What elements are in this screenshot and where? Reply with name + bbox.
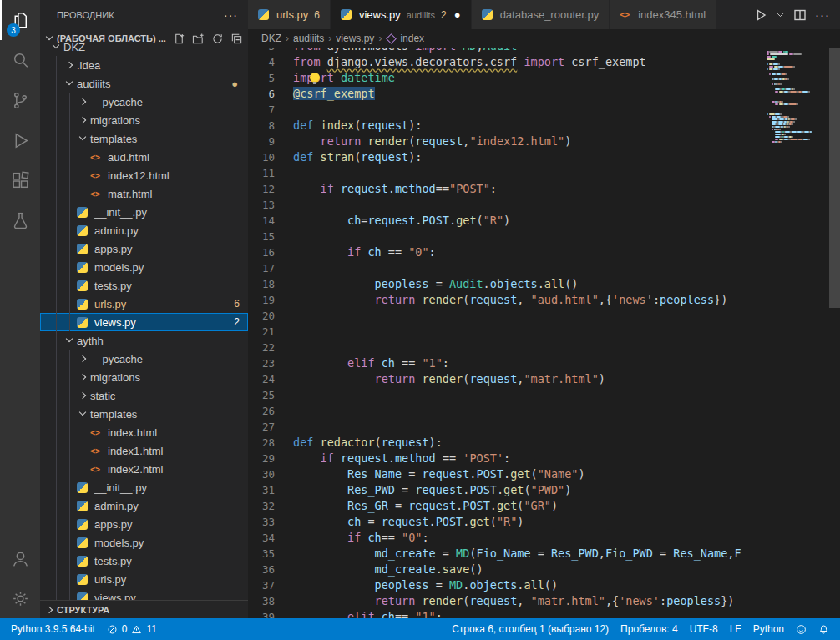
code-line-38[interactable]: 38 return render(request, "matr.html",{'… xyxy=(248,593,840,609)
code-line-3[interactable]: 3from aythh.models import MD,Audit xyxy=(248,48,840,54)
code-line-18[interactable]: 18 peopless = Audit.objects.all() xyxy=(248,276,840,292)
tree-item-urls.py[interactable]: urls.py xyxy=(40,570,248,588)
code-line-31[interactable]: 31 Res_PWD = request.POST.get("PWD") xyxy=(248,482,840,498)
code-line-11[interactable]: 11 xyxy=(248,165,840,181)
tree-item-templates[interactable]: templates xyxy=(40,129,248,148)
lightbulb-icon[interactable] xyxy=(310,73,320,83)
code-line-24[interactable]: 24 return render(request,"matr.html") xyxy=(248,371,840,387)
explorer-icon[interactable]: 3 xyxy=(0,0,40,40)
problems-indicator[interactable]: 0 11 xyxy=(101,618,163,640)
tree-item-templates[interactable]: templates xyxy=(40,405,248,423)
code-line-33[interactable]: 33 ch = request.POST.get("R") xyxy=(248,514,840,530)
language-mode[interactable]: Python xyxy=(747,618,790,640)
code-line-5[interactable]: 5import datetime xyxy=(248,70,840,86)
code-line-35[interactable]: 35 md_create = MD(Fio_Name = Res_PWD,Fio… xyxy=(248,546,840,562)
tree-item-views.py[interactable]: views.py xyxy=(40,588,248,600)
tree-item-tests.py[interactable]: tests.py xyxy=(40,552,248,570)
tree-item-aythh[interactable]: aythh xyxy=(40,331,248,350)
code-line-19[interactable]: 19 return render(request, "aud.html",{'n… xyxy=(248,292,840,308)
encoding[interactable]: UTF-8 xyxy=(684,618,724,640)
cursor-position[interactable]: Строка 6, столбец 1 (выбрано 12) xyxy=(446,618,615,640)
tree-item-DKZ[interactable]: DKZ xyxy=(40,38,248,56)
code-line-30[interactable]: 30 Res_Name = request.POST.get("Name") xyxy=(248,466,840,482)
tree-item-static[interactable]: static xyxy=(40,386,248,405)
tab-views.py[interactable]: views.pyaudiiits2● xyxy=(331,0,472,29)
code-line-14[interactable]: 14 ch=request.POST.get("R") xyxy=(248,213,840,229)
code-line-13[interactable]: 13 xyxy=(248,197,840,213)
tree-item-aud.html[interactable]: <>aud.html xyxy=(40,148,248,166)
run-debug-icon[interactable] xyxy=(0,120,40,160)
split-editor-icon[interactable] xyxy=(793,8,807,22)
code-line-39[interactable]: 39 elif ch== "1": xyxy=(248,609,840,618)
breadcrumb-symbol[interactable]: index xyxy=(400,33,424,44)
tree-item-migrations[interactable]: migrations xyxy=(40,111,248,129)
code-line-16[interactable]: 16 if ch == "0": xyxy=(248,244,840,260)
tree-item-index12.html[interactable]: <>index12.html xyxy=(40,166,248,184)
code-line-34[interactable]: 34 if ch== "0": xyxy=(248,530,840,546)
eol-selector[interactable]: LF xyxy=(724,618,747,640)
tree-item-views.py[interactable]: views.py2 xyxy=(40,313,248,331)
more-actions-icon[interactable]: ··· xyxy=(815,8,830,22)
code-line-28[interactable]: 28def redactor(request): xyxy=(248,435,840,451)
tree-item-models.py[interactable]: models.py xyxy=(40,258,248,276)
run-dropdown-chevron-icon[interactable] xyxy=(776,10,785,19)
extensions-icon[interactable] xyxy=(0,160,40,200)
code-line-8[interactable]: 8def index(request): xyxy=(248,118,840,134)
code-line-9[interactable]: 9 return render(request,"index12.html") xyxy=(248,134,840,149)
code-line-37[interactable]: 37 peopless = MD.objects.all() xyxy=(248,577,840,593)
testing-icon[interactable] xyxy=(0,200,40,240)
tab-urls.py[interactable]: urls.py6 xyxy=(248,0,331,29)
code-line-6[interactable]: 6@csrf_exempt xyxy=(248,86,840,102)
run-python-file-icon[interactable] xyxy=(754,8,767,22)
tree-item-migrations[interactable]: migrations xyxy=(40,368,248,386)
python-interpreter[interactable]: Python 3.9.5 64-bit xyxy=(5,618,101,640)
breadcrumb-item-views.py[interactable]: views.py xyxy=(336,33,374,44)
tree-item-__init__.py[interactable]: __init__.py xyxy=(40,478,248,496)
tree-item-__pycache__[interactable]: __pycache__ xyxy=(40,350,248,368)
dirty-dot-icon[interactable]: ● xyxy=(454,8,461,21)
tree-item-index1.html[interactable]: <>index1.html xyxy=(40,441,248,460)
code-line-27[interactable]: 27 xyxy=(248,419,840,435)
tree-item-__pycache__[interactable]: __pycache__ xyxy=(40,93,248,111)
tree-item-apps.py[interactable]: apps.py xyxy=(40,515,248,533)
code-editor[interactable]: 3from aythh.models import MD,Audit4from … xyxy=(248,48,840,618)
code-line-26[interactable]: 26 xyxy=(248,403,840,419)
tree-item-urls.py[interactable]: urls.py6 xyxy=(40,295,248,313)
tree-item-admin.py[interactable]: admin.py xyxy=(40,496,248,515)
code-line-4[interactable]: 4from django.views.decorators.csrf impor… xyxy=(248,54,840,70)
tree-item-index2.html[interactable]: <>index2.html xyxy=(40,460,248,478)
feedback-smiley-icon[interactable] xyxy=(790,618,812,640)
tree-item-tests.py[interactable]: tests.py xyxy=(40,276,248,295)
code-line-10[interactable]: 10def stran(request): xyxy=(248,149,840,165)
tab-index345.html[interactable]: <>index345.html xyxy=(610,0,716,29)
explorer-more-actions-icon[interactable]: ··· xyxy=(224,8,238,22)
vertical-scrollbar[interactable] xyxy=(829,48,840,308)
breadcrumb-item-audiiits[interactable]: audiiits xyxy=(293,33,324,44)
tree-item-models.py[interactable]: models.py xyxy=(40,533,248,552)
minimap[interactable] xyxy=(764,48,829,618)
code-line-23[interactable]: 23 elif ch == "1": xyxy=(248,355,840,371)
settings-gear-icon[interactable] xyxy=(0,578,40,618)
code-line-29[interactable]: 29 if request.method == 'POST': xyxy=(248,451,840,466)
code-line-25[interactable]: 25 xyxy=(248,387,840,403)
tree-item-admin.py[interactable]: admin.py xyxy=(40,221,248,239)
code-line-12[interactable]: 12 if request.method=="POST": xyxy=(248,181,840,197)
code-line-21[interactable]: 21 xyxy=(248,324,840,340)
tab-database_roouter.py[interactable]: database_roouter.py xyxy=(472,0,610,29)
search-icon[interactable] xyxy=(0,40,40,80)
tree-item-audiiits[interactable]: audiiits● xyxy=(40,74,248,93)
code-line-32[interactable]: 32 Res_GR = request.POST.get("GR") xyxy=(248,498,840,514)
code-line-20[interactable]: 20 xyxy=(248,308,840,324)
tree-item-apps.py[interactable]: apps.py xyxy=(40,239,248,258)
tree-item-index.html[interactable]: <>index.html xyxy=(40,423,248,441)
breadcrumb-item-DKZ[interactable]: DKZ xyxy=(261,33,281,44)
source-control-icon[interactable] xyxy=(0,80,40,120)
code-line-15[interactable]: 15 xyxy=(248,229,840,244)
indentation[interactable]: Пробелов: 4 xyxy=(615,618,684,640)
code-line-36[interactable]: 36 md_create.save() xyxy=(248,562,840,577)
tree-item-__init__.py[interactable]: __init__.py xyxy=(40,203,248,221)
outline-section-header[interactable]: СТРУКТУРА xyxy=(40,600,248,618)
tree-item-matr.html[interactable]: <>matr.html xyxy=(40,184,248,203)
notifications-bell-icon[interactable] xyxy=(812,618,835,640)
tree-item-.idea[interactable]: .idea xyxy=(40,56,248,74)
